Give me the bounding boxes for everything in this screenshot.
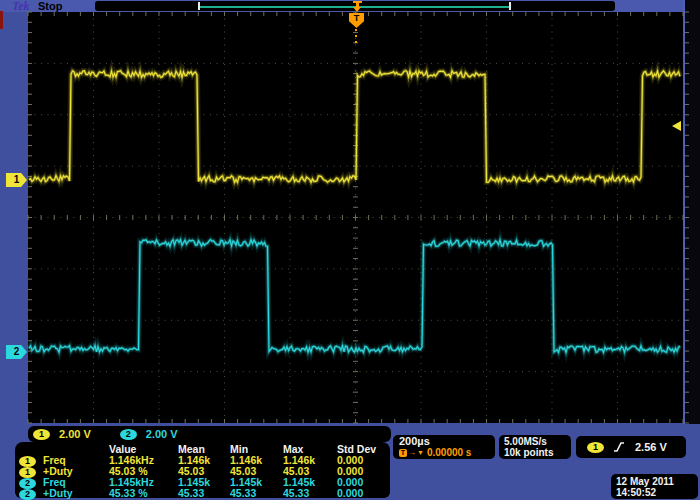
rising-edge-slope-icon — [613, 440, 625, 454]
measurement-min: 45.33 — [230, 487, 283, 499]
acquisition-readout: 5.00MS/s 10k points — [499, 435, 571, 459]
trigger-level-value: 2.56 V — [635, 441, 667, 453]
bezel-edge — [0, 11, 3, 29]
tek-logo: Tek — [12, 0, 30, 14]
down-triangle-icon: ▼ — [417, 448, 424, 458]
arrow-icon: → — [408, 448, 416, 458]
ch1-badge: 1 — [33, 429, 50, 440]
measurement-label: +Duty — [43, 487, 109, 499]
ch1-position-marker: 1 — [6, 173, 27, 187]
graticule — [28, 12, 683, 423]
trigger-level-arrow-icon — [672, 121, 681, 131]
datetime-readout: 12 May 2011 14:50:52 — [611, 474, 698, 499]
right-bezel-strip — [683, 0, 700, 424]
ch2-volts-per-div: 2.00 V — [146, 428, 178, 440]
ch2-badge: 2 — [120, 429, 137, 440]
ch2-badge: 2 — [19, 489, 36, 500]
time-value: 14:50:52 — [616, 487, 693, 498]
timebase-value: 200µs — [399, 436, 489, 447]
trigger-position-readout: T → ▼ 0.00000 s — [399, 447, 489, 458]
measurement-max: 45.33 — [283, 487, 337, 499]
measurement-table: Value Mean Min Max Std Dev 1 Freq 1.146k… — [15, 442, 390, 498]
sample-rate: 5.00MS/s — [504, 436, 566, 447]
window-bracket-left — [198, 2, 200, 10]
acquisition-status: Stop — [38, 0, 62, 12]
ch1-volts-per-div: 2.00 V — [59, 428, 91, 440]
trigger-position-value: 0.00000 s — [427, 448, 472, 458]
trigger-readout: 1 2.56 V — [576, 436, 686, 458]
record-length: 10k points — [504, 447, 566, 458]
timebase-readout: 200µs T → ▼ 0.00000 s — [393, 435, 495, 459]
measurement-std: 0.000 — [337, 487, 389, 499]
window-bracket-right — [509, 2, 511, 10]
record-view-bar — [95, 1, 615, 11]
trigger-t-icon: T — [399, 449, 407, 457]
trigger-position-dashes — [355, 29, 357, 43]
date-value: 12 May 2011 — [616, 476, 693, 487]
oscilloscope-screen: Tek Stop 1 2 T 1 2.00 V 2 2.00 V Value M… — [0, 0, 700, 500]
channel-scale-bar: 1 2.00 V 2 2.00 V — [28, 426, 391, 442]
measurement-value: 45.33 % — [109, 487, 178, 499]
measurement-mean: 45.33 — [178, 487, 230, 499]
ch2-position-marker: 2 — [6, 345, 27, 359]
trigger-source-badge: 1 — [587, 442, 604, 453]
